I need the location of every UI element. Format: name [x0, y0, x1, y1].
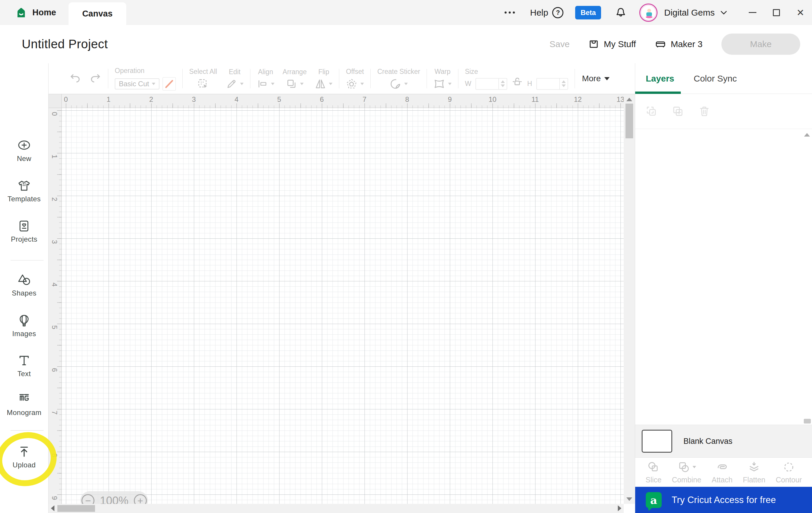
duplicate-button[interactable]: [672, 105, 684, 117]
v-ruler-number: 7: [49, 407, 60, 418]
h-ruler-number: 13: [615, 95, 624, 104]
banner-text: Try Cricut Access for free: [672, 495, 776, 505]
pencil-icon: [226, 78, 237, 89]
create-sticker-group[interactable]: Create Sticker: [377, 68, 420, 90]
sidebar-item-monogram[interactable]: Monogram: [0, 392, 48, 417]
tab-layers[interactable]: Layers: [646, 74, 674, 84]
v-ruler-number: 8: [49, 450, 60, 461]
align-label: Align: [258, 68, 273, 76]
group-button[interactable]: [645, 105, 658, 117]
scroll-left-arrow[interactable]: [51, 505, 54, 511]
dropdown-caret-icon: [240, 83, 243, 85]
delete-button[interactable]: [698, 105, 710, 117]
align-group[interactable]: Align: [257, 68, 274, 89]
h-ruler-number: 4: [231, 95, 242, 104]
overflow-menu-icon[interactable]: [504, 11, 515, 13]
panel-scroll-thumb[interactable]: [804, 419, 811, 424]
sidebar-item-shapes[interactable]: Shapes: [0, 273, 48, 297]
layers-list[interactable]: [635, 129, 812, 425]
arrange-group[interactable]: Arrange: [283, 68, 307, 89]
design-grid[interactable]: − 100% +: [62, 108, 624, 504]
sidebar-divider: [10, 430, 44, 431]
width-stepper[interactable]: [498, 79, 506, 89]
height-stepper[interactable]: [559, 79, 568, 89]
flatten-button[interactable]: Flatten: [743, 461, 765, 484]
contour-button[interactable]: Contour: [776, 461, 802, 484]
design-sidebar: New Templates Projects Shapes Images Tex…: [0, 63, 49, 513]
save-button[interactable]: Save: [550, 39, 570, 49]
account-menu[interactable]: Digital Gems: [664, 8, 728, 18]
window-maximize-button[interactable]: [773, 9, 780, 16]
sidebar-item-label: Templates: [8, 195, 41, 203]
color-swatch-button[interactable]: [163, 77, 176, 91]
access-logo-letter: a: [650, 494, 657, 506]
dropdown-caret-icon: [300, 83, 303, 85]
sidebar-item-label: Upload: [13, 461, 36, 469]
operation-group: Operation Basic Cut: [115, 67, 176, 91]
select-all-label: Select All: [189, 68, 217, 76]
tab-canvas[interactable]: Canvas: [68, 2, 126, 25]
machine-selector[interactable]: Maker 3: [655, 38, 702, 50]
lock-open-icon[interactable]: [511, 76, 523, 87]
select-all-group[interactable]: Select All: [189, 68, 217, 90]
blank-canvas-label: Blank Canvas: [684, 437, 732, 446]
h-ruler: 012345678910111213: [62, 94, 624, 108]
tab-home[interactable]: Home: [15, 0, 56, 25]
h-ruler-number: 12: [572, 95, 584, 104]
panel-tabs: Layers Color Sync: [635, 63, 812, 94]
scroll-right-arrow[interactable]: [618, 505, 621, 511]
sidebar-item-images[interactable]: Images: [0, 313, 48, 338]
cricut-access-banner[interactable]: a Try Cricut Access for free: [635, 487, 812, 513]
blank-canvas-row[interactable]: Blank Canvas: [635, 425, 812, 458]
dropdown-caret-icon: [404, 83, 408, 85]
make-button[interactable]: Make: [721, 33, 800, 55]
sidebar-item-templates[interactable]: Templates: [0, 179, 48, 203]
text-icon: [17, 353, 31, 368]
sidebar-item-projects[interactable]: Projects: [0, 219, 48, 244]
v-ruler-number: 0: [49, 109, 60, 119]
help-button[interactable]: Help ?: [530, 7, 564, 18]
sidebar-item-upload[interactable]: Upload: [0, 445, 48, 469]
combine-button[interactable]: Combine: [672, 461, 701, 484]
vertical-scrollbar[interactable]: [624, 94, 635, 504]
notifications-bell-icon[interactable]: [615, 6, 627, 19]
window-minimize-button[interactable]: [749, 12, 756, 13]
v-ruler-number: 5: [49, 322, 60, 333]
panel-scroll-up-arrow[interactable]: [804, 133, 810, 137]
horizontal-scrollbar[interactable]: [49, 504, 624, 513]
account-avatar[interactable]: [639, 3, 658, 22]
avatar-face: [647, 9, 651, 12]
h-ruler-number: 7: [359, 95, 370, 104]
toolbar-divider: [427, 69, 427, 88]
monogram-icon: [17, 392, 31, 406]
window-close-button[interactable]: ✕: [796, 8, 804, 17]
toolbar-divider: [339, 69, 339, 88]
my-stuff-button[interactable]: My Stuff: [588, 39, 636, 50]
height-input[interactable]: [536, 78, 568, 90]
help-label: Help: [530, 8, 548, 18]
scroll-down-arrow[interactable]: [626, 497, 632, 501]
width-input[interactable]: [475, 78, 507, 90]
tray-icon: [588, 39, 599, 50]
flip-group[interactable]: Flip: [315, 68, 332, 89]
scroll-up-arrow[interactable]: [626, 98, 632, 101]
slice-icon: [647, 461, 660, 474]
slice-button[interactable]: Slice: [645, 461, 661, 484]
warp-group[interactable]: Warp: [433, 68, 452, 90]
offset-group[interactable]: Offset: [346, 68, 364, 90]
redo-button[interactable]: [89, 73, 102, 85]
edit-group[interactable]: Edit: [226, 68, 243, 89]
dropdown-caret-icon: [448, 83, 452, 85]
v-ruler-number: 6: [49, 365, 60, 375]
operation-select[interactable]: Basic Cut: [115, 78, 160, 89]
attach-button[interactable]: Attach: [712, 461, 732, 484]
more-button[interactable]: More: [582, 74, 610, 83]
horizontal-scroll-thumb[interactable]: [57, 505, 95, 512]
tab-color-sync[interactable]: Color Sync: [694, 74, 737, 84]
sidebar-item-new[interactable]: New: [0, 138, 48, 163]
undo-button[interactable]: [69, 73, 82, 85]
page-title: Untitled Project: [22, 37, 108, 51]
sidebar-item-text[interactable]: Text: [0, 353, 48, 378]
tool-label: Slice: [645, 476, 661, 484]
vertical-scroll-thumb[interactable]: [626, 104, 633, 138]
